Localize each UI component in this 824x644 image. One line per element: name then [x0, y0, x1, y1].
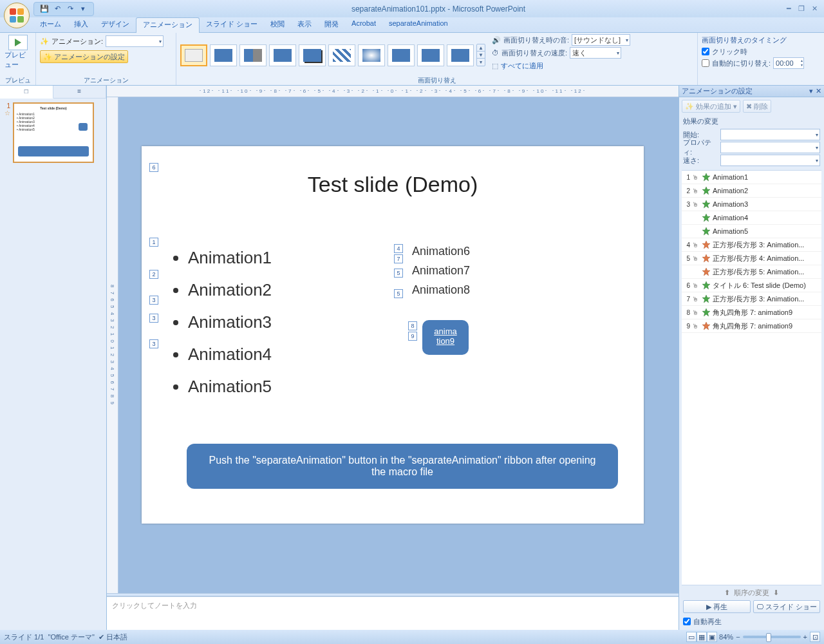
effect-star-icon	[702, 173, 711, 182]
fit-window-button[interactable]: ⊡	[810, 632, 820, 642]
preview-button[interactable]: プレビュー	[4, 34, 32, 70]
tab-review[interactable]: 校閲	[264, 17, 291, 32]
close-button[interactable]: ✕	[809, 4, 820, 14]
tab-slideshow[interactable]: スライド ショー	[200, 17, 264, 32]
pane-dropdown-button[interactable]: ▾	[809, 87, 813, 95]
anim-tag[interactable]: 3	[149, 296, 158, 305]
transition-8[interactable]	[417, 44, 444, 66]
anim-tag[interactable]: 5	[394, 269, 403, 278]
effect-row[interactable]: 4🖱正方形/長方形 3: Animation...	[682, 238, 821, 252]
transition-9[interactable]	[447, 44, 474, 66]
custom-animation-button[interactable]: ✨ アニメーションの設定	[40, 50, 128, 63]
effect-row[interactable]: 7🖱正方形/長方形 3: Animation...	[682, 292, 821, 306]
autoplay-checkbox[interactable]	[683, 618, 691, 625]
tab-animations[interactable]: アニメーション	[136, 17, 200, 33]
normal-view-button[interactable]: ▭	[686, 632, 697, 642]
effect-row[interactable]: Animation4	[682, 211, 821, 225]
slide-canvas[interactable]: 6 Test slide (Demo) 1 2 3 3 3 Animation1…	[118, 97, 679, 593]
status-language[interactable]: 日本語	[106, 632, 127, 642]
slideshow-button[interactable]: 🖵 スライド ショー	[753, 600, 821, 613]
effect-row[interactable]: 8🖱角丸四角形 7: animation9	[682, 306, 821, 319]
anim-tag[interactable]: 8	[408, 321, 417, 330]
effect-start-combo[interactable]	[720, 129, 820, 140]
tab-acrobat[interactable]: Acrobat	[345, 17, 382, 32]
transition-2[interactable]	[239, 44, 267, 66]
anim-tag[interactable]: 6	[149, 163, 158, 172]
add-effect-button[interactable]: ✨効果の追加 ▾	[682, 100, 740, 113]
anim-tag[interactable]: 3	[149, 339, 158, 348]
effect-row[interactable]: 3🖱Animation3	[682, 198, 821, 211]
office-button[interactable]	[4, 3, 30, 28]
reorder-down-button[interactable]: ⬇	[773, 589, 779, 597]
effect-row[interactable]: 正方形/長方形 5: Animation...	[682, 265, 821, 279]
transition-sound-combo[interactable]: [サウンドなし]	[572, 34, 630, 46]
reorder-up-button[interactable]: ⬆	[724, 589, 730, 597]
anim-tag[interactable]: 5	[394, 289, 403, 298]
slide[interactable]: 6 Test slide (Demo) 1 2 3 3 3 Animation1…	[142, 146, 644, 524]
tab-separateanimation[interactable]: separateAnimation	[382, 17, 454, 32]
spellcheck-icon[interactable]: ✔	[98, 633, 104, 641]
tab-view[interactable]: 表示	[291, 17, 318, 32]
remove-effect-button[interactable]: ✖削除	[743, 100, 771, 113]
status-bar: スライド 1/1 "Office テーマ" ✔ 日本語 ▭ ▦ ▣ 84% − …	[0, 630, 824, 644]
undo-button[interactable]: ↶	[52, 4, 62, 14]
transition-4[interactable]	[299, 44, 326, 66]
gallery-scroll[interactable]: ▲▼▾	[476, 44, 485, 66]
slideshow-view-button[interactable]: ▣	[707, 632, 717, 642]
apply-to-all-button[interactable]: すべてに適用	[501, 61, 543, 71]
anim-tag[interactable]: 9	[408, 332, 417, 341]
qat-customize-button[interactable]: ▾	[78, 4, 88, 14]
transition-5[interactable]	[328, 44, 355, 66]
effect-row[interactable]: 9🖱角丸四角形 7: animation9	[682, 319, 821, 333]
advance-onclick-checkbox[interactable]	[702, 48, 709, 55]
slide-title[interactable]: Test slide (Demo)	[142, 172, 644, 197]
animate-combo[interactable]	[106, 35, 164, 47]
tab-developer[interactable]: 開発	[318, 17, 345, 32]
pane-close-button[interactable]: ✕	[816, 87, 821, 95]
restore-button[interactable]: ❐	[796, 4, 807, 14]
anim-tag[interactable]: 7	[394, 254, 403, 263]
save-button[interactable]: 💾	[39, 4, 50, 14]
advance-auto-checkbox[interactable]	[702, 59, 709, 67]
tab-home[interactable]: ホーム	[33, 17, 68, 32]
banner-shape[interactable]: Push the "separateAnimation" button in t…	[187, 444, 618, 489]
thumb-tab-outline[interactable]: ≡	[53, 86, 107, 98]
zoom-in-button[interactable]: +	[803, 633, 807, 641]
minimize-button[interactable]: ━	[783, 4, 794, 14]
transition-none[interactable]	[180, 44, 207, 66]
advance-auto-time[interactable]: 00:00	[773, 57, 804, 69]
svg-marker-9	[702, 295, 710, 303]
transition-7[interactable]	[388, 44, 415, 66]
transition-6[interactable]	[358, 44, 385, 66]
window-title: separateAnimation101.pptx - Microsoft Po…	[94, 5, 783, 14]
transition-3[interactable]	[269, 44, 296, 66]
effect-row[interactable]: 5🖱正方形/長方形 4: Animation...	[682, 252, 821, 265]
zoom-slider[interactable]	[743, 636, 801, 638]
anim-tag[interactable]: 3	[149, 314, 158, 323]
effect-speed-combo[interactable]	[720, 155, 820, 166]
thumb-tab-slides[interactable]: □	[0, 86, 53, 99]
effect-list[interactable]: 1🖱Animation12🖱Animation23🖱Animation3Anim…	[682, 170, 821, 585]
effect-property-combo[interactable]	[720, 142, 820, 153]
anim-tag[interactable]: 4	[394, 244, 403, 253]
rounded-rect-shape[interactable]: animation9	[422, 320, 469, 355]
bullet-list[interactable]: Animation1 Animation2 Animation3 Animati…	[171, 242, 272, 402]
anim-tag[interactable]: 2	[149, 270, 158, 279]
sorter-view-button[interactable]: ▦	[697, 632, 707, 642]
effect-row[interactable]: 1🖱Animation1	[682, 171, 821, 184]
effect-row[interactable]: 6🖱タイトル 6: Test slide (Demo)	[682, 279, 821, 292]
transition-speed-combo[interactable]: 速く	[570, 47, 621, 59]
redo-button[interactable]: ↷	[65, 4, 75, 14]
anim-tag[interactable]: 1	[149, 238, 158, 247]
zoom-out-button[interactable]: −	[736, 633, 740, 641]
notes-pane[interactable]: クリックしてノートを入力	[107, 596, 679, 630]
tab-insert[interactable]: 挿入	[68, 17, 95, 32]
zoom-level[interactable]: 84%	[719, 633, 733, 641]
effect-row[interactable]: 2🖱Animation2	[682, 184, 821, 198]
slide-thumbnail-1[interactable]: 1☆ Test slide (Demo) • Animation1• Anima…	[4, 102, 102, 163]
play-button[interactable]: ▶ 再生	[683, 600, 751, 613]
effect-row[interactable]: Animation5	[682, 225, 821, 238]
right-text-box[interactable]: Animation6 Animation7 Animation8	[412, 242, 470, 299]
tab-design[interactable]: デザイン	[95, 17, 136, 32]
transition-1[interactable]	[210, 44, 237, 66]
